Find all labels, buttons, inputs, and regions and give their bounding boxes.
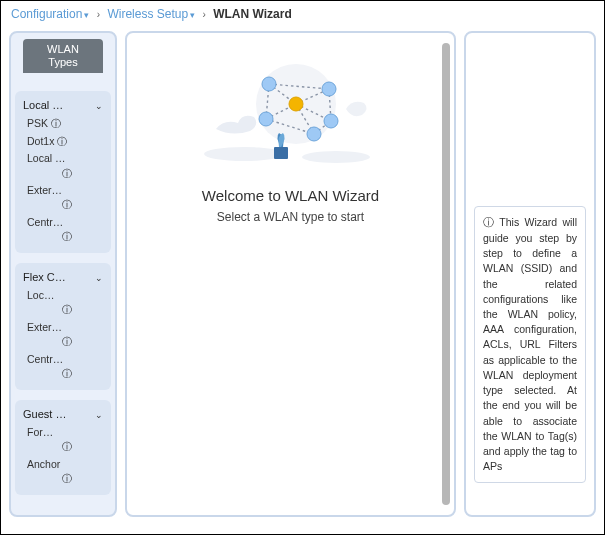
- group-guest: Guest … ⌄ For… ⓘ Anchor ⓘ: [15, 400, 111, 495]
- breadcrumb-configuration[interactable]: Configuration▾: [11, 7, 93, 21]
- chevron-right-icon: ›: [202, 9, 205, 20]
- sidebar-item-flex-local[interactable]: Loc… ⓘ: [21, 287, 105, 319]
- svg-point-1: [302, 151, 370, 163]
- info-icon: ⓘ: [483, 216, 496, 228]
- sidebar-item-psk[interactable]: PSKⓘ: [21, 115, 105, 133]
- info-icon: ⓘ: [51, 118, 61, 129]
- chevron-right-icon: ›: [97, 9, 100, 20]
- svg-point-7: [307, 127, 321, 141]
- main-panel: Welcome to WLAN Wizard Select a WLAN typ…: [125, 31, 456, 517]
- tab-wlan-types-line2: Types: [31, 56, 95, 69]
- sidebar-item-dot1x[interactable]: Dot1xⓘ: [21, 133, 105, 151]
- svg-point-6: [259, 112, 273, 126]
- svg-point-0: [204, 147, 284, 161]
- group-flex-header[interactable]: Flex C… ⌄: [21, 269, 105, 287]
- tab-wlan-types[interactable]: WLAN Types: [23, 39, 103, 73]
- sidebar-item-external-web[interactable]: Exter… ⓘ: [21, 182, 105, 214]
- sidebar: WLAN Types Local … ⌄ PSKⓘ Dot1xⓘ Local ……: [9, 31, 117, 517]
- info-icon: ⓘ: [62, 473, 72, 484]
- info-text: This Wizard will guide you step by step …: [483, 216, 577, 472]
- info-icon: ⓘ: [57, 136, 67, 147]
- breadcrumb-configuration-label: Configuration: [11, 7, 82, 21]
- group-local: Local … ⌄ PSKⓘ Dot1xⓘ Local … ⓘ Exter… ⓘ…: [15, 91, 111, 253]
- breadcrumb-wireless-setup-label: Wireless Setup: [107, 7, 188, 21]
- sidebar-item-central-web-label: Centr…: [27, 216, 103, 229]
- info-box: ⓘThis Wizard will guide you step by step…: [474, 206, 586, 483]
- sidebar-item-external-web-label: Exter…: [27, 184, 103, 197]
- chevron-down-icon: ⌄: [95, 273, 103, 283]
- sidebar-item-flex-central[interactable]: Centr… ⓘ: [21, 351, 105, 383]
- info-icon: ⓘ: [62, 199, 72, 210]
- sidebar-item-local-web-label: Local …: [27, 152, 103, 165]
- group-local-title: Local …: [23, 99, 63, 111]
- breadcrumb-wireless-setup[interactable]: Wireless Setup▾: [107, 7, 198, 21]
- tab-wlan-types-line1: WLAN: [31, 43, 95, 56]
- sidebar-item-guest-anchor-label: Anchor: [27, 458, 103, 471]
- page-title: Welcome to WLAN Wizard: [202, 187, 379, 204]
- caret-down-icon: ▾: [84, 10, 89, 20]
- sidebar-item-guest-anchor[interactable]: Anchor ⓘ: [21, 456, 105, 488]
- sidebar-item-psk-label: PSK: [27, 117, 48, 129]
- chevron-down-icon: ⌄: [95, 410, 103, 420]
- group-local-header[interactable]: Local … ⌄: [21, 97, 105, 115]
- svg-point-8: [324, 114, 338, 128]
- sidebar-item-flex-external-label: Exter…: [27, 321, 103, 334]
- sidebar-item-guest-foreign[interactable]: For… ⓘ: [21, 424, 105, 456]
- svg-point-5: [322, 82, 336, 96]
- info-icon: ⓘ: [62, 168, 72, 179]
- main-layout: WLAN Types Local … ⌄ PSKⓘ Dot1xⓘ Local ……: [1, 25, 604, 525]
- sidebar-item-dot1x-label: Dot1x: [27, 135, 54, 147]
- sidebar-item-flex-local-label: Loc…: [27, 289, 103, 302]
- info-icon: ⓘ: [62, 336, 72, 347]
- network-globe-icon: [196, 49, 386, 169]
- info-icon: ⓘ: [62, 304, 72, 315]
- group-flex-title: Flex C…: [23, 271, 66, 283]
- info-icon: ⓘ: [62, 368, 72, 379]
- breadcrumb: Configuration▾ › Wireless Setup▾ › WLAN …: [1, 1, 604, 25]
- chevron-down-icon: ⌄: [95, 101, 103, 111]
- network-illustration: [196, 49, 386, 169]
- breadcrumb-current: WLAN Wizard: [213, 7, 292, 21]
- sidebar-item-flex-external[interactable]: Exter… ⓘ: [21, 319, 105, 351]
- sidebar-item-central-web[interactable]: Centr… ⓘ: [21, 214, 105, 246]
- sidebar-item-guest-foreign-label: For…: [27, 426, 103, 439]
- info-icon: ⓘ: [62, 441, 72, 452]
- info-panel: ⓘThis Wizard will guide you step by step…: [464, 31, 596, 517]
- svg-point-4: [262, 77, 276, 91]
- page-subtitle: Select a WLAN type to start: [217, 210, 364, 224]
- group-flex: Flex C… ⌄ Loc… ⓘ Exter… ⓘ Centr… ⓘ: [15, 263, 111, 390]
- info-icon: ⓘ: [62, 231, 72, 242]
- svg-point-3: [289, 97, 303, 111]
- group-guest-title: Guest …: [23, 408, 66, 420]
- sidebar-item-local-web[interactable]: Local … ⓘ: [21, 150, 105, 182]
- sidebar-item-flex-central-label: Centr…: [27, 353, 103, 366]
- caret-down-icon: ▾: [190, 10, 195, 20]
- group-guest-header[interactable]: Guest … ⌄: [21, 406, 105, 424]
- svg-rect-9: [274, 147, 288, 159]
- scrollbar-vertical[interactable]: [442, 43, 450, 505]
